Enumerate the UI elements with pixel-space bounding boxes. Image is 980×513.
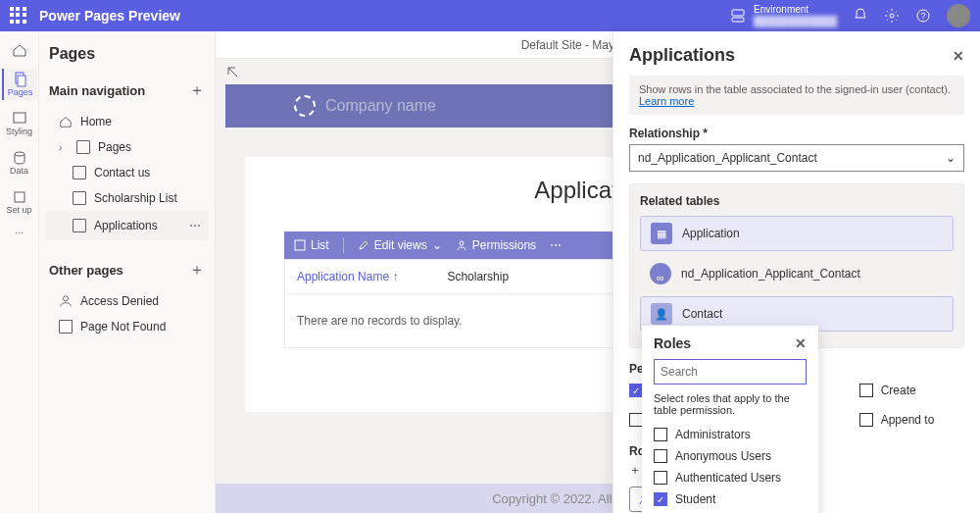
- home-icon: [59, 115, 73, 128]
- roles-popup: Roles✕ Select roles that apply to the ta…: [642, 326, 818, 513]
- related-tables-label: Related tables: [640, 194, 954, 208]
- add-nav-icon[interactable]: ＋: [189, 80, 205, 101]
- file-icon: [76, 140, 90, 154]
- topbar: Power Pages Preview Environment ████████…: [0, 0, 980, 31]
- checkbox-icon: [859, 384, 873, 397]
- checkbox-icon: [654, 428, 667, 441]
- role-student[interactable]: ✓Student: [654, 488, 807, 510]
- nav-contact-us[interactable]: Contact us: [45, 160, 209, 185]
- related-table-application[interactable]: ▦Application: [640, 216, 954, 251]
- list-button[interactable]: List: [294, 238, 329, 252]
- notifications-icon[interactable]: [853, 8, 868, 24]
- person-icon: [456, 239, 467, 251]
- edit-views-button[interactable]: Edit views⌄: [358, 238, 442, 252]
- learn-more-link[interactable]: Learn more: [639, 95, 694, 107]
- nav-home[interactable]: Home: [45, 109, 209, 134]
- chevron-right-icon: ›: [59, 142, 69, 153]
- checkbox-checked-icon: ✓: [629, 384, 643, 397]
- nav-pages-label: Pages: [98, 140, 131, 154]
- rail-pages-label: Pages: [8, 87, 33, 97]
- toolbar-more[interactable]: ⋯: [550, 238, 562, 252]
- info-banner: Show rows in the table associated to the…: [629, 76, 964, 115]
- rail-data[interactable]: Data: [2, 147, 37, 179]
- nav-home-label: Home: [80, 115, 112, 128]
- roles-popup-title: Roles: [654, 335, 691, 351]
- svg-rect-11: [295, 240, 305, 250]
- perm-append-to[interactable]: Append to: [859, 409, 964, 431]
- app-title: Power Pages Preview: [39, 8, 180, 24]
- svg-point-12: [460, 241, 464, 245]
- role-authenticated[interactable]: Authenticated Users: [654, 467, 807, 488]
- checkbox-icon: [654, 471, 667, 485]
- nav-scholarship-label: Scholarship List: [94, 191, 177, 205]
- file-icon: [73, 219, 86, 232]
- file-icon: [59, 320, 73, 333]
- related-table-link[interactable]: ∞nd_Application_Applicant_Contact: [640, 257, 954, 290]
- rail-pages[interactable]: Pages: [2, 69, 37, 100]
- table-icon: ▦: [651, 223, 672, 244]
- app-launcher-icon[interactable]: [10, 7, 27, 25]
- relationship-label: Relationship *: [629, 127, 964, 140]
- chevron-down-icon: ⌄: [432, 238, 442, 252]
- file-icon: [73, 166, 86, 180]
- nav-scholarship-list[interactable]: Scholarship List: [45, 185, 209, 211]
- list-icon: [294, 239, 306, 251]
- pages-panel-title: Pages: [49, 45, 95, 63]
- related-tables-card: Related tables ▦Application ∞nd_Applicat…: [629, 183, 964, 348]
- drawer-title: Applications: [629, 45, 735, 66]
- checkbox-checked-icon: ✓: [654, 492, 667, 506]
- rail-more[interactable]: ⋯: [2, 226, 37, 241]
- roles-search-input[interactable]: [654, 359, 807, 385]
- rail-setup[interactable]: Set up: [2, 186, 37, 218]
- perm-create[interactable]: Create: [859, 380, 964, 401]
- svg-rect-7: [14, 113, 25, 123]
- col-application-name[interactable]: Application Name ↑: [297, 270, 398, 283]
- svg-rect-9: [15, 192, 24, 202]
- environment-label: Environment: [754, 4, 837, 16]
- nav-applications-label: Applications: [94, 219, 158, 232]
- nav-page-not-found[interactable]: Page Not Found: [45, 314, 209, 339]
- nav-access-denied[interactable]: Access Denied: [45, 288, 209, 314]
- nw-arrow-icon[interactable]: [225, 65, 241, 80]
- environment-picker[interactable]: Environment ████████████: [754, 4, 837, 27]
- company-logo-placeholder[interactable]: [294, 95, 316, 117]
- rail-styling-label: Styling: [6, 127, 32, 136]
- settings-icon[interactable]: [884, 8, 900, 24]
- nav-contact-label: Contact us: [94, 166, 150, 180]
- link-icon: ∞: [650, 263, 671, 284]
- relationship-select[interactable]: nd_Application_Applicant_Contact⌄: [629, 144, 964, 172]
- nav-access-denied-label: Access Denied: [80, 294, 159, 308]
- svg-rect-1: [732, 18, 744, 22]
- more-icon[interactable]: ⋯: [185, 217, 205, 234]
- svg-point-2: [890, 14, 894, 18]
- plus-icon: ＋: [629, 462, 641, 479]
- nav-pages[interactable]: ›Pages: [45, 134, 209, 160]
- close-icon[interactable]: ✕: [795, 335, 807, 351]
- checkbox-icon: [859, 413, 873, 427]
- help-icon[interactable]: ?: [915, 8, 931, 24]
- svg-point-8: [15, 152, 24, 156]
- edit-icon: [358, 239, 369, 251]
- rail-styling[interactable]: Styling: [2, 108, 37, 139]
- person-icon: 👤: [651, 303, 672, 325]
- permissions-button[interactable]: Permissions: [456, 238, 536, 252]
- role-administrators[interactable]: Administrators: [654, 424, 807, 445]
- roles-popup-desc: Select roles that apply to the table per…: [654, 392, 807, 416]
- checkbox-icon: [629, 413, 643, 427]
- pages-panel: Pages Main navigation＋ Home ›Pages Conta…: [39, 31, 216, 513]
- add-other-icon[interactable]: ＋: [189, 260, 205, 281]
- svg-point-10: [63, 296, 68, 301]
- svg-rect-6: [18, 76, 25, 86]
- company-name[interactable]: Company name: [325, 97, 436, 115]
- col-scholarship[interactable]: Scholarship: [447, 270, 509, 283]
- svg-text:?: ?: [920, 11, 925, 21]
- close-icon[interactable]: ✕: [953, 48, 964, 64]
- person-icon: [59, 294, 73, 308]
- file-icon: [73, 191, 86, 205]
- rail-home[interactable]: [2, 39, 37, 61]
- rail-data-label: Data: [10, 166, 28, 176]
- environment-icon: [730, 8, 746, 24]
- role-anonymous[interactable]: Anonymous Users: [654, 445, 807, 467]
- user-avatar[interactable]: [947, 4, 970, 27]
- nav-applications[interactable]: Applications⋯: [45, 211, 209, 240]
